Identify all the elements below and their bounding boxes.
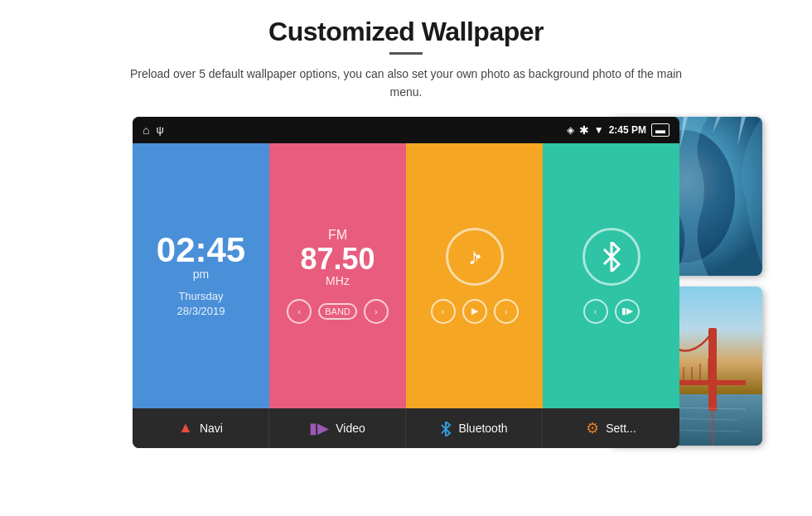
- status-left: ⌂ ψ: [143, 123, 164, 137]
- bt-prev-button[interactable]: ‹: [583, 299, 608, 324]
- page-title: Customized Wallpaper: [268, 17, 544, 47]
- bt-skip-button[interactable]: ▮▶: [615, 299, 640, 324]
- radio-tile[interactable]: FM 87.50 MHz ‹ BAND ›: [269, 143, 406, 408]
- device-screen: ⌂ ψ ◈ ✱ ▼ 2:45 PM ▬ 02:45 pm Thursday 28…: [133, 117, 679, 448]
- clock-tile[interactable]: 02:45 pm Thursday 28/3/2019: [133, 143, 269, 408]
- time-display: 2:45 PM: [609, 124, 646, 136]
- bottom-bar: ▲ Navi ▮▶ Video Bluetooth ⚙ Sett...: [133, 408, 679, 448]
- radio-next-button[interactable]: ›: [364, 299, 389, 324]
- music-tile[interactable]: ♪ • ‹ ▶ ›: [406, 143, 543, 408]
- radio-unit: MHz: [326, 274, 350, 287]
- clock-time: 02:45: [157, 233, 245, 268]
- radio-controls: ‹ BAND ›: [287, 299, 389, 324]
- music-play-button[interactable]: ▶: [462, 299, 487, 324]
- radio-label: FM: [328, 228, 347, 243]
- status-right: ◈ ✱ ▼ 2:45 PM ▬: [567, 123, 669, 137]
- bluetooth-controls: ‹ ▮▶: [583, 299, 640, 324]
- bt-nav-icon: [440, 419, 452, 436]
- status-bar: ⌂ ψ ◈ ✱ ▼ 2:45 PM ▬: [133, 117, 679, 143]
- music-next-button[interactable]: ›: [494, 299, 519, 324]
- bluetooth-tile[interactable]: ‹ ▮▶: [543, 143, 679, 408]
- radio-frequency: 87.50: [300, 244, 375, 274]
- navi-label: Navi: [200, 422, 223, 435]
- app-grid: 02:45 pm Thursday 28/3/2019 FM 87.50 MHz…: [133, 143, 679, 408]
- video-button[interactable]: ▮▶ Video: [269, 408, 406, 448]
- radio-prev-button[interactable]: ‹: [287, 299, 312, 324]
- subtitle: Preload over 5 default wallpaper options…: [116, 65, 696, 102]
- signal-icon: ▼: [594, 124, 604, 136]
- bluetooth-icon-circle: [582, 228, 640, 286]
- video-icon: ▮▶: [309, 419, 329, 437]
- usb-icon: ψ: [156, 123, 163, 136]
- video-label: Video: [336, 422, 365, 435]
- bluetooth-nav-label: Bluetooth: [458, 422, 507, 435]
- display-area: ⌂ ψ ◈ ✱ ▼ 2:45 PM ▬ 02:45 pm Thursday 28…: [50, 117, 762, 448]
- music-prev-button[interactable]: ‹: [431, 299, 456, 324]
- bluetooth-button[interactable]: Bluetooth: [406, 408, 543, 448]
- music-controls: ‹ ▶ ›: [431, 299, 519, 324]
- settings-button[interactable]: ⚙ Sett...: [543, 408, 679, 448]
- clock-ampm: pm: [193, 268, 209, 281]
- music-icon: ♪ •: [446, 228, 504, 286]
- clock-date: Thursday 28/3/2019: [177, 289, 225, 319]
- navi-button[interactable]: ▲ Navi: [133, 408, 269, 448]
- settings-label: Sett...: [606, 422, 636, 435]
- radio-band-button[interactable]: BAND: [318, 303, 357, 320]
- battery-icon: ▬: [651, 123, 669, 137]
- title-divider: [389, 52, 423, 55]
- home-icon: ⌂: [143, 123, 149, 137]
- settings-icon: ⚙: [586, 419, 599, 437]
- bluetooth-status-icon: ✱: [579, 123, 589, 137]
- navi-icon: ▲: [178, 419, 193, 436]
- location-icon: ◈: [567, 124, 574, 136]
